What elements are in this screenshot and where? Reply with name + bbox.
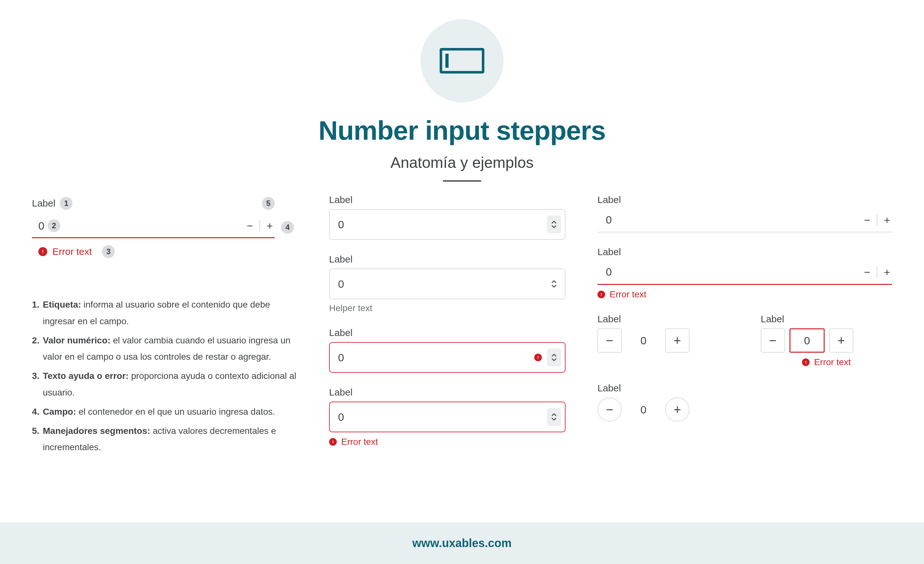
def-2-term: Valor numérico:: [43, 335, 111, 345]
anatomy-badge-3: 3: [102, 245, 115, 258]
increment-button[interactable]: +: [665, 397, 690, 422]
stepper-label: Label: [597, 194, 892, 205]
stepper-value[interactable]: 0: [632, 334, 656, 347]
header-icon-circle: [420, 19, 504, 102]
error-icon: [38, 247, 47, 256]
definitions-list: Etiqueta: informa al usuario sobre el co…: [32, 296, 303, 456]
svg-rect-2: [42, 250, 43, 252]
svg-rect-10: [806, 361, 806, 362]
chevron-controls[interactable]: [547, 275, 561, 293]
stepper-value: 0: [606, 214, 612, 226]
chevron-controls[interactable]: [547, 349, 561, 366]
svg-rect-1: [446, 54, 448, 68]
error-text: Error text: [610, 289, 646, 299]
error-icon: [802, 358, 810, 366]
increment-button[interactable]: +: [267, 220, 273, 231]
def-5-term: Manejadores segmentos:: [43, 426, 150, 436]
decrement-button[interactable]: −: [597, 397, 622, 422]
handle-separator: [260, 220, 260, 231]
stepper-label: Label: [597, 383, 892, 394]
increment-button[interactable]: +: [884, 215, 890, 226]
stepper-value[interactable]: 0: [632, 403, 656, 416]
svg-rect-7: [333, 443, 333, 444]
anatomy-label: Label: [32, 198, 55, 209]
stepper-value: 0: [606, 266, 612, 278]
svg-rect-6: [333, 441, 333, 442]
svg-rect-3: [42, 253, 43, 254]
handle-separator: [877, 267, 878, 278]
def-4-desc: el contenedor en el que un usuario ingre…: [76, 407, 275, 417]
page-subtitle: Anatomía y ejemplos: [0, 154, 924, 171]
chevron-down-icon[interactable]: [551, 417, 557, 421]
anatomy-field[interactable]: 0 2 − +: [32, 216, 275, 238]
stepper-label: Label: [329, 387, 566, 398]
increment-button[interactable]: +: [829, 328, 854, 353]
footer-url: www.uxables.com: [412, 537, 512, 550]
stepper-value: 0: [338, 278, 344, 290]
decrement-button[interactable]: −: [864, 215, 870, 226]
anatomy-badge-4: 4: [281, 221, 294, 234]
number-stepper[interactable]: 0: [329, 209, 566, 240]
input-field-icon: [440, 48, 484, 74]
button-stepper-circle: − 0 +: [597, 397, 892, 422]
chevron-down-icon[interactable]: [551, 358, 557, 362]
def-4-term: Campo:: [43, 407, 76, 417]
footer: www.uxables.com: [0, 522, 924, 564]
decrement-button[interactable]: −: [864, 267, 870, 278]
stepper-label: Label: [597, 314, 729, 325]
chevron-up-icon[interactable]: [551, 412, 557, 417]
error-text: Error text: [341, 437, 378, 447]
anatomy-badge-2: 2: [48, 219, 60, 232]
stepper-label: Label: [329, 327, 566, 338]
chevron-down-icon[interactable]: [551, 224, 557, 229]
stepper-value-error[interactable]: 0: [789, 328, 825, 353]
decrement-button[interactable]: −: [761, 328, 785, 353]
svg-rect-4: [538, 356, 538, 358]
handle-separator: [877, 215, 878, 226]
chevron-down-icon[interactable]: [551, 284, 557, 289]
decrement-button[interactable]: −: [247, 220, 253, 231]
svg-rect-11: [806, 363, 806, 364]
stepper-value: 0: [338, 411, 344, 423]
number-stepper-underline-error[interactable]: 0 − +: [597, 261, 892, 285]
stepper-label: Label: [597, 247, 892, 257]
anatomy-value: 0: [38, 220, 44, 232]
number-stepper-underline[interactable]: 0 − +: [597, 209, 892, 232]
stepper-label: Label: [329, 254, 566, 265]
chevron-controls[interactable]: [547, 215, 561, 233]
stepper-label: Label: [761, 314, 892, 325]
stepper-label: Label: [329, 194, 566, 205]
number-stepper-error[interactable]: 0: [329, 402, 566, 432]
def-1-term: Etiqueta:: [43, 299, 81, 310]
stepper-value: 0: [338, 351, 344, 364]
helper-text: Helper text: [329, 303, 566, 313]
error-icon: [597, 291, 605, 298]
button-stepper-square: − 0 +: [597, 328, 729, 353]
svg-rect-8: [601, 293, 602, 295]
anatomy-badge-1: 1: [60, 197, 72, 210]
increment-button[interactable]: +: [665, 328, 690, 353]
anatomy-badge-5: 5: [262, 197, 275, 210]
increment-button[interactable]: +: [884, 267, 890, 278]
chevron-up-icon[interactable]: [551, 280, 557, 284]
def-3-term: Texto ayuda o error:: [43, 371, 129, 381]
anatomy-error-text: Error text: [52, 246, 92, 257]
stepper-value: 0: [338, 218, 344, 231]
chevron-up-icon[interactable]: [551, 220, 557, 224]
svg-rect-9: [601, 295, 602, 296]
error-text: Error text: [814, 357, 851, 367]
error-icon: [329, 438, 337, 446]
number-stepper[interactable]: 0: [329, 269, 566, 299]
error-icon: [534, 353, 542, 361]
chevron-controls[interactable]: [547, 408, 561, 426]
page-title: Number input steppers: [0, 115, 924, 146]
chevron-up-icon[interactable]: [551, 353, 557, 358]
number-stepper-error[interactable]: 0: [329, 342, 566, 373]
button-stepper-square-error: − 0 +: [761, 328, 892, 353]
svg-rect-5: [538, 358, 538, 359]
decrement-button[interactable]: −: [597, 328, 622, 353]
